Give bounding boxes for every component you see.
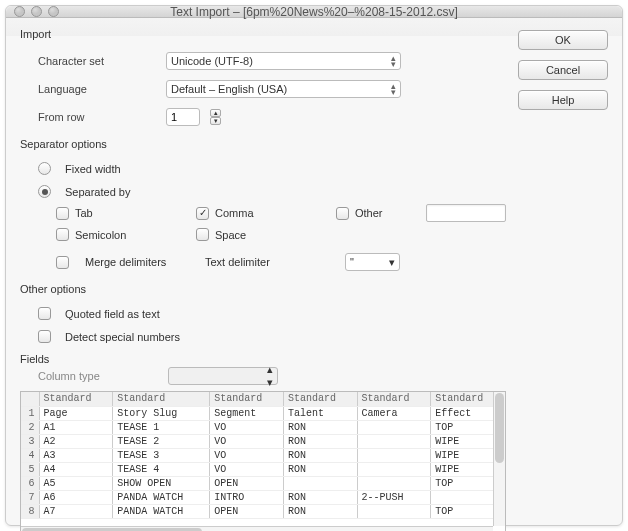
window-title: Text Import – [6pm%20News%20–%208-15-201… [6, 5, 622, 19]
preview-column-header[interactable]: Standard [39, 392, 113, 406]
preview-cell[interactable]: A2 [39, 434, 113, 448]
fromrow-input[interactable] [166, 108, 200, 126]
preview-cell[interactable]: A5 [39, 476, 113, 490]
close-icon[interactable] [14, 6, 25, 17]
preview-cell[interactable]: INTRO [210, 490, 284, 504]
text-delimiter-select[interactable]: " ▾ [345, 253, 400, 271]
preview-cell[interactable]: A1 [39, 420, 113, 434]
column-type-label: Column type [38, 370, 158, 382]
preview-cell[interactable] [357, 504, 431, 518]
merge-delimiters-check[interactable] [56, 256, 69, 269]
language-select[interactable]: Default – English (USA) ▴▾ [166, 80, 401, 98]
text-import-dialog: Text Import – [6pm%20News%20–%208-15-201… [5, 5, 623, 526]
preview-cell[interactable]: 2--PUSH [357, 490, 431, 504]
preview-cell[interactable]: VO [210, 462, 284, 476]
preview-cell[interactable]: Story Slug [113, 406, 210, 420]
charset-label: Character set [38, 55, 158, 67]
other-check[interactable] [336, 207, 349, 220]
preview-cell[interactable]: VO [210, 448, 284, 462]
preview-cell[interactable]: VO [210, 420, 284, 434]
preview-column-header[interactable]: Standard [283, 392, 357, 406]
other-input[interactable] [426, 204, 506, 222]
preview-cell[interactable]: TEASE 3 [113, 448, 210, 462]
stepper-down-icon[interactable]: ▾ [210, 117, 221, 125]
detect-numbers-label: Detect special numbers [65, 331, 180, 343]
space-check[interactable] [196, 228, 209, 241]
preview-cell[interactable]: OPEN [210, 476, 284, 490]
preview-cell[interactable]: RON [283, 420, 357, 434]
preview-cell[interactable] [357, 420, 431, 434]
preview-cell[interactable]: RON [283, 504, 357, 518]
preview-cell[interactable] [357, 462, 431, 476]
preview-cell[interactable] [357, 448, 431, 462]
preview-cell[interactable]: TEASE 1 [113, 420, 210, 434]
fixed-width-radio[interactable] [38, 162, 51, 175]
preview-cell[interactable]: PANDA WATCH [113, 490, 210, 504]
quoted-field-check[interactable] [38, 307, 51, 320]
horizontal-scrollbar[interactable] [21, 526, 493, 531]
ok-button[interactable]: OK [518, 30, 608, 50]
separator-heading: Separator options [20, 138, 506, 150]
zoom-icon[interactable] [48, 6, 59, 17]
tab-check[interactable] [56, 207, 69, 220]
semicolon-label: Semicolon [75, 229, 126, 241]
preview-cell[interactable]: RON [283, 490, 357, 504]
preview-column-header[interactable]: Standard [113, 392, 210, 406]
preview-cell[interactable]: A6 [39, 490, 113, 504]
preview-cell[interactable]: RON [283, 448, 357, 462]
fromrow-stepper[interactable]: ▴ ▾ [210, 109, 221, 125]
preview-cell[interactable] [357, 476, 431, 490]
preview-row-number: 3 [21, 434, 39, 448]
preview-cell[interactable]: TEASE 2 [113, 434, 210, 448]
titlebar: Text Import – [6pm%20News%20–%208-15-201… [6, 6, 622, 18]
preview-cell[interactable]: PANDA WATCH [113, 504, 210, 518]
preview-cell[interactable]: A4 [39, 462, 113, 476]
chevron-down-icon: ▾ [389, 256, 395, 269]
preview-row-number: 7 [21, 490, 39, 504]
preview-cell[interactable]: RON [283, 434, 357, 448]
comma-check[interactable] [196, 207, 209, 220]
separated-by-radio[interactable] [38, 185, 51, 198]
chevron-updown-icon: ▴▾ [391, 83, 396, 95]
preview-table-area: StandardStandardStandardStandardStandard… [20, 391, 506, 531]
preview-cell[interactable] [283, 476, 357, 490]
language-label: Language [38, 83, 158, 95]
text-delimiter-value: " [350, 256, 354, 268]
merge-delimiters-label: Merge delimiters [85, 256, 195, 268]
semicolon-check[interactable] [56, 228, 69, 241]
preview-cell[interactable]: OPEN [210, 504, 284, 518]
fromrow-label: From row [38, 111, 158, 123]
charset-select[interactable]: Unicode (UTF-8) ▴▾ [166, 52, 401, 70]
detect-numbers-check[interactable] [38, 330, 51, 343]
preview-cell[interactable]: A7 [39, 504, 113, 518]
column-type-select[interactable]: ▴▾ [168, 367, 278, 385]
fixed-width-label: Fixed width [65, 163, 121, 175]
preview-table[interactable]: StandardStandardStandardStandardStandard… [21, 392, 505, 519]
help-button[interactable]: Help [518, 90, 608, 110]
stepper-up-icon[interactable]: ▴ [210, 109, 221, 117]
preview-column-header[interactable]: Standard [357, 392, 431, 406]
preview-cell[interactable]: SHOW OPEN [113, 476, 210, 490]
preview-row-number: 5 [21, 462, 39, 476]
preview-cell[interactable]: Talent [283, 406, 357, 420]
preview-cell[interactable]: A3 [39, 448, 113, 462]
preview-cell[interactable]: VO [210, 434, 284, 448]
preview-column-header[interactable]: Standard [210, 392, 284, 406]
text-delimiter-label: Text delimiter [205, 256, 335, 268]
vertical-scrollbar[interactable] [493, 392, 505, 526]
separated-by-label: Separated by [65, 186, 130, 198]
other-heading: Other options [20, 283, 506, 295]
preview-cell[interactable]: TEASE 4 [113, 462, 210, 476]
space-label: Space [215, 229, 246, 241]
preview-cell[interactable]: Page [39, 406, 113, 420]
quoted-field-label: Quoted field as text [65, 308, 160, 320]
minimize-icon[interactable] [31, 6, 42, 17]
chevron-updown-icon: ▴▾ [267, 363, 273, 389]
preview-row-number: 2 [21, 420, 39, 434]
cancel-button[interactable]: Cancel [518, 60, 608, 80]
preview-cell[interactable] [357, 434, 431, 448]
preview-cell[interactable]: Segment [210, 406, 284, 420]
preview-cell[interactable]: RON [283, 462, 357, 476]
fields-heading: Fields [20, 353, 506, 365]
preview-cell[interactable]: Camera [357, 406, 431, 420]
